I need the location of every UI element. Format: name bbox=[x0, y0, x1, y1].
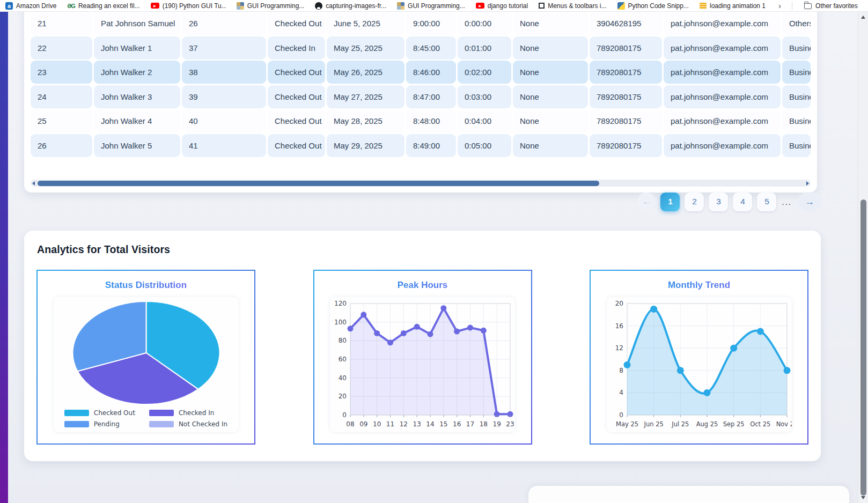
page-scrollbar-thumb[interactable] bbox=[860, 199, 866, 495]
cell-time[interactable]: 8:49:00 bbox=[406, 134, 456, 157]
cell-age[interactable]: 41 bbox=[182, 134, 266, 157]
cell-extra[interactable]: None bbox=[513, 12, 588, 35]
cell-date[interactable]: May 29, 2025 bbox=[327, 134, 404, 157]
pagination-page-3[interactable]: 3 bbox=[709, 193, 728, 211]
cell-id[interactable]: 24 bbox=[31, 85, 92, 108]
cell-status[interactable]: Checked Out bbox=[268, 12, 325, 35]
bookmark-reading-an-excel-fil[interactable]: ƏGReading an excel fil... bbox=[67, 2, 139, 10]
pagination-page-5[interactable]: 5 bbox=[757, 193, 776, 211]
pagination-page-1[interactable]: 1 bbox=[660, 193, 680, 211]
table-row-22[interactable]: 22John Walker 137Checked InMay 25, 20258… bbox=[31, 36, 811, 60]
cell-duration[interactable]: 0:01:00 bbox=[458, 36, 511, 60]
cell-phone[interactable]: 7892080175 bbox=[590, 61, 662, 84]
page-scrollbar[interactable] bbox=[858, 12, 868, 503]
cell-age[interactable]: 37 bbox=[182, 36, 266, 60]
cell-email[interactable]: pat.johnson@example.com bbox=[664, 61, 781, 84]
cell-email[interactable]: pat.johnson@example.com bbox=[664, 12, 781, 35]
cell-date[interactable]: May 27, 2025 bbox=[327, 85, 404, 108]
cell-name[interactable]: Pat Johnson Samuel bbox=[94, 12, 180, 35]
cell-id[interactable]: 21 bbox=[31, 12, 92, 35]
cell-extra[interactable]: None bbox=[513, 134, 588, 157]
scrollbar-up-arrow-icon[interactable] bbox=[861, 16, 865, 19]
bookmark-gui-programming[interactable]: GUI Programming... bbox=[397, 2, 465, 10]
cell-status[interactable]: Checked Out bbox=[268, 134, 325, 157]
cell-type[interactable]: Others bbox=[782, 12, 811, 35]
cell-id[interactable]: 23 bbox=[31, 61, 92, 84]
table-row-25[interactable]: 25John Walker 440Checked OutMay 28, 2025… bbox=[31, 109, 811, 132]
cell-time[interactable]: 8:47:00 bbox=[406, 85, 456, 108]
pagination-prev-button[interactable]: ← bbox=[637, 193, 656, 211]
cell-id[interactable]: 22 bbox=[31, 36, 92, 60]
cell-duration[interactable]: 0:00:00 bbox=[458, 12, 511, 35]
cell-type[interactable]: Business bbox=[782, 134, 811, 157]
table-row-24[interactable]: 24John Walker 339Checked OutMay 27, 2025… bbox=[31, 85, 811, 108]
cell-status[interactable]: Checked Out bbox=[268, 85, 325, 108]
table-row-23[interactable]: 23John Walker 238Checked OutMay 26, 2025… bbox=[31, 61, 811, 84]
bookmark-190-python-gui-tu[interactable]: ▶(190) Python GUI Tu... bbox=[151, 2, 226, 10]
cell-email[interactable]: pat.johnson@example.com bbox=[664, 85, 781, 108]
pagination-page-2[interactable]: 2 bbox=[685, 193, 704, 211]
table-horizontal-scrollbar[interactable] bbox=[31, 180, 811, 187]
cell-time[interactable]: 9:00:00 bbox=[406, 12, 456, 35]
bookmark-amazon-drive[interactable]: aAmazon Drive bbox=[5, 2, 56, 10]
bookmark-gui-programming[interactable]: GUI Programming... bbox=[237, 2, 305, 10]
cell-time[interactable]: 8:48:00 bbox=[406, 109, 456, 132]
cell-date[interactable]: June 5, 2025 bbox=[327, 12, 404, 35]
cell-date[interactable]: May 28, 2025 bbox=[327, 109, 404, 132]
scroll-left-arrow-icon[interactable] bbox=[32, 181, 35, 186]
cell-extra[interactable]: None bbox=[513, 36, 588, 60]
cell-name[interactable]: John Walker 2 bbox=[94, 61, 180, 84]
cell-duration[interactable]: 0:03:00 bbox=[458, 85, 511, 108]
cell-age[interactable]: 26 bbox=[182, 12, 266, 35]
cell-extra[interactable]: None bbox=[513, 85, 588, 108]
cell-email[interactable]: pat.johnson@example.com bbox=[664, 109, 781, 132]
cell-duration[interactable]: 0:02:00 bbox=[458, 61, 511, 84]
cell-date[interactable]: May 25, 2025 bbox=[327, 36, 404, 60]
bookmark-capturing-images-fr[interactable]: capturing-images-fr... bbox=[315, 2, 386, 10]
cell-phone[interactable]: 7892080175 bbox=[590, 134, 662, 157]
cell-status[interactable]: Checked Out bbox=[268, 61, 325, 84]
bookmark-django-tutorial[interactable]: ▶django tutorial bbox=[476, 2, 528, 10]
cell-extra[interactable]: None bbox=[513, 61, 588, 84]
cell-email[interactable]: pat.johnson@example.com bbox=[664, 134, 781, 157]
cell-type[interactable]: Business bbox=[782, 85, 811, 108]
cell-time[interactable]: 8:46:00 bbox=[406, 61, 456, 84]
cell-duration[interactable]: 0:04:00 bbox=[458, 109, 511, 132]
other-favorites-button[interactable]: Other favorites bbox=[804, 2, 858, 10]
cell-id[interactable]: 25 bbox=[31, 109, 92, 132]
bookmarks-separator bbox=[792, 2, 792, 10]
pagination-next-button[interactable]: → bbox=[797, 192, 822, 211]
cell-phone[interactable]: 3904628195 bbox=[590, 12, 662, 35]
cell-status[interactable]: Checked In bbox=[268, 36, 325, 60]
table-row-26[interactable]: 26John Walker 541Checked OutMay 29, 2025… bbox=[31, 134, 811, 157]
bookmark-menus-toolbars-i[interactable]: Menus & toolbars i... bbox=[539, 2, 606, 10]
cell-phone[interactable]: 7892080175 bbox=[590, 85, 662, 108]
table-row-21[interactable]: 21Pat Johnson Samuel26Checked OutJune 5,… bbox=[31, 12, 811, 35]
cell-extra[interactable]: None bbox=[513, 109, 588, 132]
bookmark-python-code-snipp[interactable]: Python Code Snipp... bbox=[617, 2, 689, 10]
bookmarks-overflow-chevron-icon[interactable]: › bbox=[778, 1, 781, 10]
scroll-right-arrow-icon[interactable] bbox=[806, 181, 809, 186]
cell-name[interactable]: John Walker 4 bbox=[94, 109, 180, 132]
cell-duration[interactable]: 0:05:00 bbox=[458, 134, 511, 157]
cell-age[interactable]: 39 bbox=[182, 85, 266, 108]
cell-name[interactable]: John Walker 3 bbox=[94, 85, 180, 108]
cell-age[interactable]: 40 bbox=[182, 109, 266, 132]
cell-phone[interactable]: 7892080175 bbox=[590, 109, 662, 132]
cell-phone[interactable]: 7892080175 bbox=[590, 36, 662, 60]
cell-status[interactable]: Checked Out bbox=[268, 109, 325, 132]
cell-name[interactable]: John Walker 5 bbox=[94, 134, 180, 157]
cell-type[interactable]: Business bbox=[782, 61, 811, 84]
bookmark-loading-animation-1[interactable]: loading animation 1 bbox=[700, 2, 766, 10]
cell-age[interactable]: 38 bbox=[182, 61, 266, 84]
scrollbar-down-arrow-icon[interactable] bbox=[861, 496, 865, 499]
cell-id[interactable]: 26 bbox=[31, 134, 92, 157]
cell-email[interactable]: pat.johnson@example.com bbox=[664, 36, 781, 60]
pagination-page-4[interactable]: 4 bbox=[733, 193, 752, 211]
cell-name[interactable]: John Walker 1 bbox=[94, 36, 180, 60]
cell-type[interactable]: Business bbox=[782, 109, 811, 132]
cell-date[interactable]: May 26, 2025 bbox=[327, 61, 404, 84]
cell-type[interactable]: Business bbox=[782, 36, 811, 60]
cell-time[interactable]: 8:45:00 bbox=[406, 36, 456, 60]
table-scrollbar-thumb[interactable] bbox=[38, 181, 599, 186]
